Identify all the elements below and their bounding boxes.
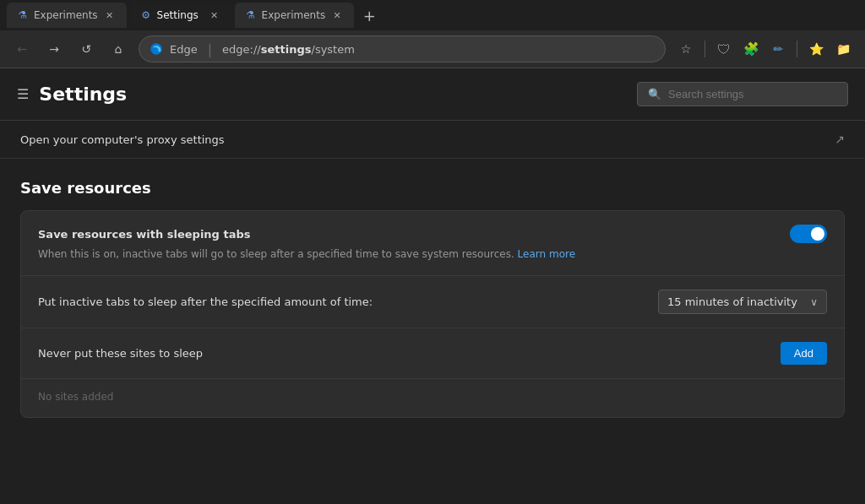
collections-icon[interactable]: 📁: [831, 37, 855, 61]
sleeping-tabs-row: Save resources with sleeping tabs When t…: [21, 211, 844, 276]
extensions-icon[interactable]: 🧩: [739, 37, 763, 61]
search-settings-input-box[interactable]: 🔍: [637, 82, 848, 106]
browser-chrome: ⚗ Experiments ✕ ⚙ Settings ✕ ⚗ Experimen…: [0, 0, 865, 68]
never-sleep-label: Never put these sites to sleep: [38, 347, 781, 360]
settings-page: ☰ Settings 🔍 Open your computer's proxy …: [0, 68, 865, 504]
address-sep: |: [208, 41, 212, 57]
address-prefix: Edge: [170, 43, 198, 56]
address-bar: ← → ↺ ⌂ Edge | edge://settings/system ☆ …: [0, 30, 865, 68]
external-link-icon: ↗: [835, 133, 845, 146]
sleep-timeout-row: Put inactive tabs to sleep after the spe…: [21, 276, 844, 328]
back-button[interactable]: ←: [10, 37, 34, 61]
sleep-timeout-dropdown[interactable]: 15 minutes of inactivity ∨: [658, 290, 827, 314]
tab-close-1[interactable]: ✕: [103, 8, 117, 22]
tab-bar: ⚗ Experiments ✕ ⚙ Settings ✕ ⚗ Experimen…: [0, 0, 865, 30]
flask-icon-2: ⚗: [245, 9, 257, 21]
sleep-timeout-label: Put inactive tabs to sleep after the spe…: [38, 295, 658, 308]
edge-logo: [150, 42, 163, 56]
search-settings-container: 🔍: [637, 82, 848, 106]
toolbar-separator-2: [797, 41, 797, 57]
home-button[interactable]: ⌂: [106, 37, 130, 61]
settings-header: ☰ Settings 🔍: [0, 68, 865, 120]
gear-icon-tab: ⚙: [140, 9, 152, 21]
pen-icon[interactable]: ✏: [766, 37, 790, 61]
tab-settings[interactable]: ⚙ Settings ✕: [130, 3, 231, 28]
favorites-icon[interactable]: ⭐: [804, 37, 828, 61]
sleeping-tabs-top: Save resources with sleeping tabs: [38, 225, 827, 243]
sleeping-tabs-title: Save resources with sleeping tabs: [38, 228, 780, 241]
tab-close-settings[interactable]: ✕: [208, 8, 221, 22]
sleeping-tabs-description: When this is on, inactive tabs will go t…: [38, 247, 827, 262]
tab-experiments-1[interactable]: ⚗ Experiments ✕: [7, 3, 127, 28]
hamburger-icon[interactable]: ☰: [17, 86, 29, 102]
star-icon[interactable]: ☆: [674, 37, 698, 61]
search-settings-field[interactable]: [668, 88, 837, 100]
no-sites-text: No sites added: [38, 391, 113, 403]
save-resources-section: Save resources Save resources with sleep…: [0, 159, 865, 418]
flask-icon-1: ⚗: [17, 9, 29, 21]
tab-label-settings: Settings: [157, 9, 199, 21]
new-tab-button[interactable]: +: [357, 3, 381, 27]
proxy-label: Open your computer's proxy settings: [20, 133, 225, 146]
tab-label-2: Experiments: [262, 9, 326, 21]
sleeping-tabs-toggle[interactable]: [790, 225, 827, 243]
tab-experiments-2[interactable]: ⚗ Experiments ✕: [235, 3, 355, 28]
no-sites-row: No sites added: [21, 379, 844, 417]
save-resources-card: Save resources with sleeping tabs When t…: [20, 210, 845, 418]
address-url: edge://settings/system: [222, 43, 355, 56]
tab-label-1: Experiments: [34, 9, 98, 21]
proxy-row[interactable]: Open your computer's proxy settings ↗: [0, 121, 865, 159]
shield-icon[interactable]: 🛡: [712, 37, 736, 61]
toolbar-icons: ☆ 🛡 🧩 ✏ ⭐ 📁: [674, 37, 855, 61]
tab-close-2[interactable]: ✕: [330, 8, 344, 22]
sleep-timeout-value: 15 minutes of inactivity: [667, 295, 797, 308]
refresh-button[interactable]: ↺: [74, 37, 98, 61]
learn-more-link[interactable]: Learn more: [518, 248, 575, 260]
add-site-button[interactable]: Add: [781, 342, 827, 365]
toolbar-separator-1: [705, 41, 705, 57]
forward-button[interactable]: →: [42, 37, 66, 61]
search-icon: 🔍: [648, 88, 661, 100]
page-title: Settings: [39, 84, 127, 105]
never-sleep-row: Never put these sites to sleep Add: [21, 328, 844, 379]
address-input[interactable]: Edge | edge://settings/system: [139, 35, 666, 62]
save-resources-title: Save resources: [20, 179, 845, 197]
chevron-down-icon: ∨: [810, 296, 818, 308]
